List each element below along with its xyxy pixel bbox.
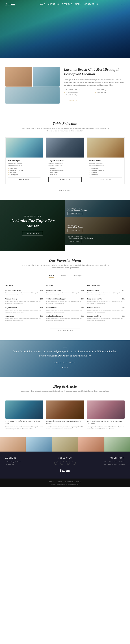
dot-2[interactable] [64, 367, 66, 368]
nav-about[interactable]: About Us [48, 3, 59, 5]
snack-1-name: Purple Corn Tostada [5, 290, 21, 291]
about-feature-3: Crystalline Lagoon [64, 92, 93, 93]
offer-small-2-cta[interactable]: LOAD MORE [68, 229, 82, 232]
footer-instagram-icon[interactable]: i [72, 461, 76, 465]
tab-food[interactable]: Food [61, 274, 66, 278]
footer-hours-weekday: Mon – Fri : 09:00am – 08:00pm [87, 461, 125, 463]
view-menu-button[interactable]: VIEW ALL MENU [50, 328, 80, 333]
nav-links: Home About Us Reserve Menu Contact Us [39, 3, 98, 5]
snack-2-price: $24 [40, 298, 43, 300]
menu-item-food-1: Beer Battered Fish $86 Lorem ipsum dolor… [46, 290, 84, 296]
offers-section: Special Offer Cocktails For Enjoy The Su… [0, 200, 130, 251]
nav-contact[interactable]: Contact Us [85, 3, 98, 5]
snack-2-desc: Lorem ipsum dolor sit amet, consectetur … [5, 300, 43, 304]
about-images [5, 67, 60, 107]
snack-4-name: Guacamole [5, 315, 14, 317]
sunlounger-feature-2: Sunscreen & Aloe Ver [8, 170, 41, 172]
menu-item-snack-4: Guacamole $22 Lorem ipsum dolor sit amet… [5, 315, 43, 322]
dj-cta[interactable]: BOOK NOW [68, 240, 82, 243]
blog-card-1[interactable]: 5 Ultra-Fun Things for Teens to do at th… [5, 400, 43, 430]
blog-desc-1: Lorem ipsum dolor sit amet, consectetur … [5, 426, 43, 430]
sunset-title: Sunset Booth [89, 159, 122, 162]
offer-main: Special Offer Cocktails For Enjoy The Su… [0, 200, 65, 251]
blog-image-1 [5, 400, 43, 418]
testimonial-section: Lorem ipsum dolor sit amet, consectetur … [0, 340, 130, 377]
sunlounger-book-button[interactable]: BOOK NOW [8, 177, 41, 182]
tab-snack[interactable]: Snack [49, 274, 54, 278]
blog-card-2[interactable]: The Benefits of Sunscreen: Why Do You Ne… [46, 400, 84, 430]
nav-menu[interactable]: Menu [75, 3, 81, 5]
tab-beverage[interactable]: Beverage [73, 274, 81, 278]
snack-3-name: Baja Fish Taco [5, 307, 17, 308]
view-more-button[interactable]: VIEW MORE [52, 188, 78, 193]
snack-3-desc: Lorem ipsum dolor sit amet, consectetur … [5, 309, 43, 313]
gallery-item-1 [0, 437, 26, 452]
footer-link-home[interactable]: Home [49, 481, 54, 483]
nav-home[interactable]: Home [39, 3, 45, 5]
facebook-icon[interactable]: f [122, 3, 122, 6]
dj-banner: Special Performance Birthday Bash With D… [65, 234, 130, 245]
sunset-price: Minimum Spend: $500 [89, 165, 122, 166]
dot-1[interactable] [62, 367, 63, 368]
about-image-1 [5, 67, 32, 86]
lagoon-feature-2: Sunscreen & Aloe Ver [48, 170, 81, 172]
bev-3-desc: Lorem ipsum dolor sit amet, consectetur … [87, 309, 125, 313]
gallery-item-4 [78, 437, 104, 452]
blog-title-3: Sun Body Therapy: All You Need to Know A… [87, 420, 125, 425]
snack-4-price: $22 [40, 315, 43, 317]
menu-subtitle: Lorem ipsum dolor sit amet, consectetur … [20, 264, 110, 269]
gallery-item-3 [52, 437, 78, 452]
sunset-image [87, 138, 125, 158]
lagoon-price: Minimum Spend: $200 [48, 165, 81, 166]
logo[interactable]: Lucan [5, 2, 15, 6]
food-3-desc: Lorem ipsum dolor sit amet, consectetur … [46, 309, 84, 313]
footer-link-reserve[interactable]: Reserve [65, 481, 74, 483]
footer-link-about[interactable]: About [56, 481, 62, 483]
offer-small-1-tag: Special Offer [68, 208, 128, 209]
offer-small-tanning: Special Offer Sunbed Tanning Package LOA… [65, 200, 130, 217]
food-4-price: $88 [81, 315, 84, 317]
footer-facebook-icon[interactable]: f [54, 461, 58, 465]
lagoon-feature-4: Free Towel [48, 174, 81, 176]
gallery-strip [0, 437, 130, 452]
footer-social-icons: f t y i [46, 461, 84, 465]
about-cta-button[interactable]: ABOUT US [64, 99, 81, 103]
hero-bg [0, 0, 130, 58]
menu-item-snack-3: Baja Fish Taco $42 Lorem ipsum dolor sit… [5, 307, 43, 313]
footer-follow-title: Follow Us [46, 457, 84, 459]
offer-small-1-cta[interactable]: LOAD MORE [68, 212, 82, 215]
blog-subtitle: Lorem ipsum dolor sit amet, consectetur … [20, 390, 110, 392]
lagoon-book-button[interactable]: BOOK NOW [48, 177, 81, 182]
bev-2-name: Long Island Ice Tea [87, 298, 102, 300]
table-section-subtitle: Lorem ipsum dolor sit amet, consectetur … [20, 127, 110, 132]
nav-reserve[interactable]: Reserve [62, 3, 72, 5]
lagoon-feature-1: Pool View [48, 168, 81, 170]
menu-item-food-4: Seafood Nasi Goreng $88 Lorem ipsum dolo… [46, 315, 84, 322]
sunset-book-button[interactable]: BOOK NOW [89, 177, 122, 182]
about-feature-2: Waterfall Lagoon [95, 89, 125, 91]
sunlounger-price: Minimum Spend: $100 [8, 165, 41, 166]
menu-col-snack: Snack Purple Corn Tostada $36 Lorem ipsu… [5, 283, 43, 324]
offer-main-content: Special Offer Cocktails For Enjoy The Su… [5, 215, 60, 236]
lagoon-capacity: Capacity: 1-6 persons [48, 162, 81, 164]
offer-main-cta[interactable]: LEARN MORE [22, 231, 43, 236]
blog-title: Blog & Article [5, 384, 125, 389]
dot-3[interactable] [67, 367, 68, 368]
footer-twitter-icon[interactable]: t [60, 461, 64, 465]
footer-link-menu[interactable]: Menu [76, 481, 81, 483]
blog-image-3 [87, 400, 125, 418]
footer-hours-weekend: Sat – Sun : 09:00am – 08:00pm [87, 463, 125, 466]
menu-item-snack-2: Tomato Scallop $24 Lorem ipsum dolor sit… [5, 298, 43, 304]
sunlounger-title: Sun Lounger [8, 159, 41, 162]
instagram-icon[interactable]: i [124, 3, 125, 6]
about-feature-5: Free Meals & Tip [64, 94, 93, 96]
beverage-header: Beverage [87, 283, 125, 288]
menu-item-bev-3: Passion Smooth $26 Lorem ipsum dolor sit… [87, 307, 125, 313]
table-card-sunlounger: Sun Lounger Capacity: 1-4 persons Minimu… [5, 138, 43, 184]
bev-4-name: Sunday Sparkling [87, 315, 101, 317]
blog-card-3[interactable]: Sun Body Therapy: All You Need to Know A… [87, 400, 125, 430]
sunset-feature-1: Beach View [89, 168, 122, 170]
about-title: Lucan is Beach Club Most Beautiful Beach… [64, 67, 125, 76]
footer-youtube-icon[interactable]: y [66, 461, 70, 465]
navigation: Lucan Home About Us Reserve Menu Contact… [0, 0, 130, 8]
